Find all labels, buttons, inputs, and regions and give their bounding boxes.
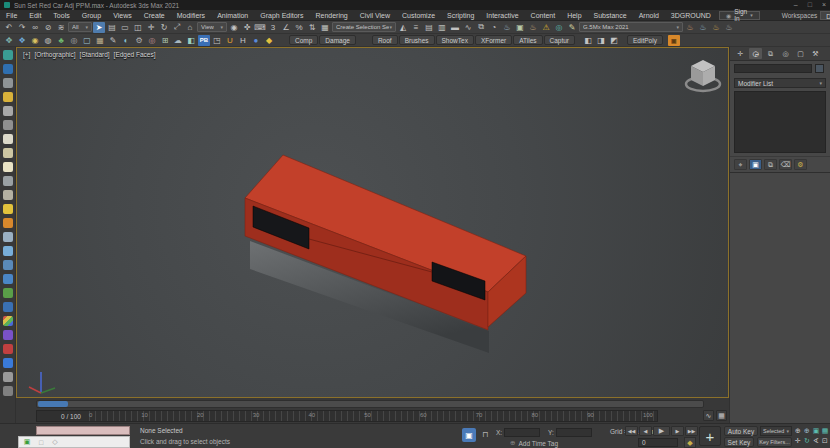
blue-sphere-icon[interactable]: ● [250, 35, 262, 46]
zoom-extents-icon[interactable]: ▣ [812, 426, 820, 435]
remove-modifier-button[interactable]: ⌫ [779, 159, 792, 170]
menu-item[interactable]: Help [561, 12, 587, 19]
menu-item[interactable]: Content [525, 12, 562, 19]
menu-item[interactable]: Scripting [441, 12, 480, 19]
make-unique-button[interactable]: ⧉ [764, 159, 777, 170]
blue-circle-icon[interactable] [3, 358, 13, 368]
modifier-list-dropdown[interactable]: Modifier List ▾ [734, 78, 826, 88]
tab-utilities[interactable]: ⚒ [809, 48, 822, 59]
track-toggle-button[interactable]: ▦ [716, 410, 727, 421]
snapshot-icon[interactable]: ✥ [3, 35, 15, 46]
pin-stack-button[interactable]: ⌖ [734, 159, 747, 170]
sun-icon[interactable] [3, 204, 13, 214]
target-icon[interactable]: ◎ [146, 35, 158, 46]
object-name-field[interactable] [734, 64, 812, 73]
toggle-ribbon-button[interactable]: ▬ [449, 22, 461, 33]
track-bar[interactable]: 0 / 100 0102030405060708090100 [36, 410, 658, 422]
menu-item[interactable]: Views [107, 12, 138, 19]
orbit-icon[interactable]: ↻ [803, 436, 811, 445]
tree-tool-icon[interactable]: ♣ [55, 35, 67, 46]
select-and-move-button[interactable]: ✛ [145, 22, 157, 33]
key-filters-button[interactable]: Key Filters... [757, 437, 792, 447]
viewport[interactable]: [+] [Orthographic] [Standard] [Edged Fac… [16, 47, 729, 398]
menu-item[interactable]: Rendering [309, 12, 353, 19]
menu-item[interactable]: Interactive [480, 12, 524, 19]
tab-modify[interactable]: ◶ [749, 48, 762, 59]
light-lister-icon[interactable]: ◉ [29, 35, 41, 46]
menu-item[interactable]: File [0, 12, 23, 19]
blue-sphere-icon[interactable] [3, 302, 13, 312]
monitor-tool-icon[interactable]: ▢ [81, 35, 93, 46]
render-setup-button[interactable]: ♨ [501, 22, 513, 33]
auto-key-button[interactable]: Auto Key [724, 426, 758, 436]
h-plugin-icon[interactable]: H [237, 35, 249, 46]
tab-hierarchy[interactable]: ⧉ [764, 48, 777, 59]
pivot-tool-icon[interactable]: ❖ [16, 35, 28, 46]
schematic-view-button[interactable]: ⧉ [475, 22, 487, 33]
spinner-snap-toggle[interactable]: ⇅ [306, 22, 318, 33]
orange-sun-icon[interactable] [3, 218, 13, 228]
swirl-icon[interactable] [3, 260, 13, 270]
rendered-frame-window-button[interactable]: ▣ [514, 22, 526, 33]
cloud-light-icon[interactable] [3, 176, 13, 186]
maxscript-mini-listener[interactable] [36, 426, 130, 435]
comp-button[interactable]: Comp [289, 35, 318, 45]
render-d-icon[interactable]: ♨ [723, 22, 735, 33]
screenshot-tool-icon[interactable] [3, 64, 13, 74]
align-button[interactable]: ≡ [410, 22, 422, 33]
frame-ruler[interactable]: 0102030405060708090100 [89, 411, 657, 421]
menu-item[interactable]: Create [138, 12, 171, 19]
damage-button[interactable]: Damage [319, 35, 356, 45]
paint-tool-icon[interactable]: ✎ [107, 35, 119, 46]
set-key-button[interactable]: Set Key [724, 437, 754, 447]
square-icon[interactable]: □ [37, 438, 45, 446]
next-frame-button[interactable]: ▶ [671, 426, 684, 436]
bind-to-space-warp-icon[interactable]: ≋ [55, 22, 67, 33]
sign-in-button[interactable]: ◉ Sign In ▾ [719, 11, 760, 20]
view-cube[interactable] [686, 60, 720, 91]
render-b-icon[interactable]: ♨ [697, 22, 709, 33]
play-button[interactable]: ▶ [653, 426, 670, 436]
select-and-rotate-button[interactable]: ↻ [158, 22, 170, 33]
layout-left-icon[interactable]: ◧ [582, 35, 594, 46]
mirror-button[interactable]: ◭ [397, 22, 409, 33]
time-slider-handle[interactable] [38, 401, 68, 407]
show-end-result-button[interactable]: ▣ [749, 159, 762, 170]
x-field[interactable] [504, 428, 540, 437]
zoom-extents-all-icon[interactable]: ▦ [821, 426, 829, 435]
percent-snap-toggle[interactable]: % [293, 22, 305, 33]
spot-cone-icon[interactable] [3, 190, 13, 200]
maximize-viewport-toggle[interactable]: ⊡ [821, 436, 829, 445]
reference-coordinate-system-dropdown[interactable]: View▾ [197, 22, 227, 32]
selection-filter-dropdown[interactable]: All▾ [68, 22, 92, 32]
select-and-link-icon[interactable]: ∞ [29, 22, 41, 33]
lock-tool-icon[interactable]: ◆ [263, 35, 275, 46]
grid-plus-icon[interactable]: ⊞ [159, 35, 171, 46]
menu-item[interactable]: Substance [588, 12, 633, 19]
annotate-pencil-icon[interactable]: ✎ [566, 22, 578, 33]
go-to-start-button[interactable]: ◀◀ [625, 426, 638, 436]
unlink-selection-icon[interactable]: ⊘ [42, 22, 54, 33]
warning-icon[interactable]: ⚠ [540, 22, 552, 33]
render-preset-dropdown[interactable]: G.5Mx Max 2021▾ [579, 22, 683, 32]
selection-lock-icon[interactable]: ⊓ [482, 430, 488, 439]
menu-item[interactable]: Modifiers [171, 12, 211, 19]
open-mini-curve-editor-button[interactable]: ∿ [703, 410, 714, 421]
glow-sphere-icon[interactable] [3, 162, 13, 172]
captur-button[interactable]: Captur [544, 35, 576, 45]
rain-icon[interactable] [3, 232, 13, 242]
archive-tool-icon[interactable]: ▦ [94, 35, 106, 46]
select-object-button[interactable]: ➤ [93, 22, 105, 33]
rectangular-selection-region-button[interactable]: ▭ [119, 22, 131, 33]
menu-item[interactable]: Group [76, 12, 107, 19]
menu-item[interactable]: Arnold [633, 12, 665, 19]
curve-editor-button[interactable]: ∿ [462, 22, 474, 33]
moon-icon[interactable] [3, 246, 13, 256]
panel-icon[interactable]: ◧ [185, 35, 197, 46]
object-color-swatch[interactable] [815, 64, 824, 73]
workspaces-dropdown[interactable]: Workspaces Default ▾ [782, 11, 830, 20]
viewport-view-label[interactable]: [Orthographic] [34, 51, 75, 58]
use-pivot-point-button[interactable]: ◉ [228, 22, 240, 33]
layout-right-icon[interactable]: ◨ [595, 35, 607, 46]
orange-plugin-icon[interactable]: ▣ [668, 35, 680, 46]
